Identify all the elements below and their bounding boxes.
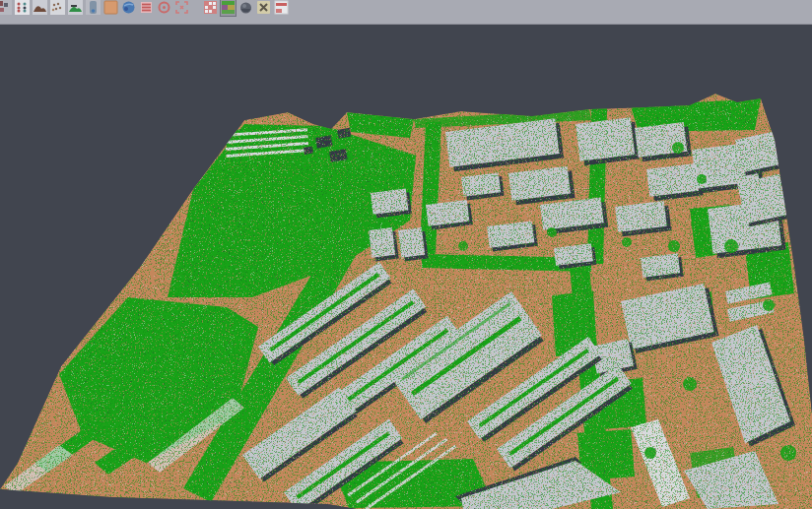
clip-box-icon[interactable]	[274, 0, 289, 16]
classified-map-icon[interactable]	[221, 0, 236, 16]
terrain-hill-icon[interactable]	[33, 0, 47, 16]
toolbar	[0, 0, 812, 25]
grid-cells-icon[interactable]	[203, 0, 218, 16]
profile-view-icon[interactable]	[86, 0, 101, 16]
orthophoto-icon[interactable]	[103, 0, 118, 16]
vegetation-terrain-icon[interactable]	[68, 0, 83, 16]
point-pairs-icon[interactable]	[15, 0, 30, 16]
layers-stack-icon[interactable]	[139, 0, 154, 16]
sparse-points-icon[interactable]	[50, 0, 65, 16]
globe-icon[interactable]	[121, 0, 136, 16]
application-window	[0, 0, 812, 509]
delete-cross-icon[interactable]	[256, 0, 271, 16]
target-circle-icon[interactable]	[157, 0, 171, 16]
points-cluster-icon[interactable]	[0, 0, 12, 16]
point-cloud-scene	[0, 26, 812, 509]
crop-bounds-icon[interactable]	[174, 0, 189, 16]
viewport-3d[interactable]	[0, 26, 812, 509]
mesh-sphere-icon[interactable]	[238, 0, 253, 16]
